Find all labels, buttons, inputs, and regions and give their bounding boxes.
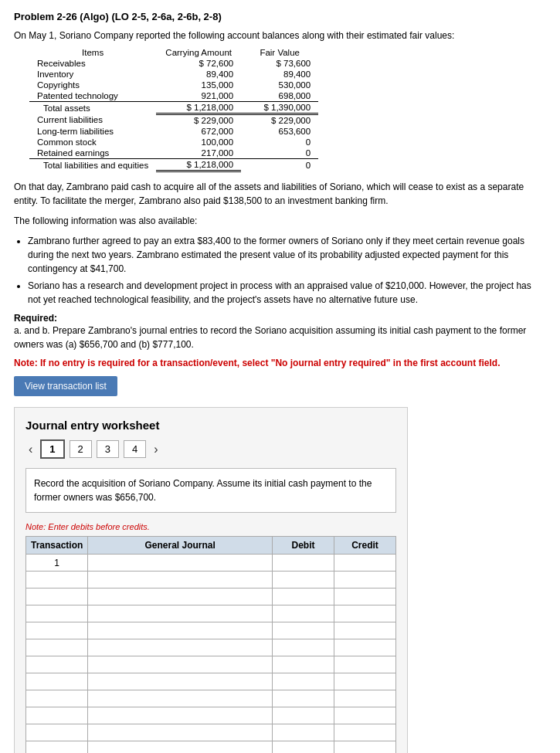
- list-item: Soriano has a research and development p…: [28, 279, 546, 307]
- table-row-total-liabilities: Total liabilities and equities $ 1,218,0…: [29, 159, 318, 171]
- journal-row-1: 1: [26, 555, 396, 572]
- credit-input-9[interactable]: [338, 694, 392, 704]
- journal-row-9: [26, 690, 396, 707]
- worksheet-title: Journal entry worksheet: [25, 419, 396, 432]
- journal-row-6: [26, 639, 396, 656]
- journal-row-10: [26, 707, 396, 724]
- general-journal-input-5[interactable]: [91, 626, 269, 636]
- view-transaction-button[interactable]: View transaction list: [14, 376, 117, 396]
- col-header-credit: Credit: [334, 537, 396, 555]
- balance-table: Items Carrying Amount Fair Value Receiva…: [29, 47, 318, 172]
- general-journal-input-11[interactable]: [91, 728, 269, 738]
- table-row: Current liabilities $ 229,000 $ 229,000: [29, 114, 318, 127]
- journal-row-2: [26, 572, 396, 588]
- general-journal-input-12[interactable]: [91, 745, 269, 754]
- credit-input-10[interactable]: [338, 711, 392, 721]
- table-row-total-assets: Total assets $ 1,218,000 $ 1,390,000: [29, 102, 318, 114]
- debit-input-2[interactable]: [276, 575, 331, 585]
- general-journal-input-3[interactable]: [91, 592, 269, 602]
- journal-row-5: [26, 622, 396, 639]
- general-journal-input-9[interactable]: [91, 694, 269, 704]
- tab-2[interactable]: 2: [70, 440, 92, 458]
- table-header-carrying: Carrying Amount: [156, 47, 241, 58]
- debit-input-5[interactable]: [276, 626, 331, 636]
- table-row: Inventory 89,400 89,400: [29, 69, 318, 80]
- general-journal-input-1[interactable]: [91, 558, 269, 568]
- table-row: Long-term liabilities 672,000 653,600: [29, 126, 318, 137]
- journal-row-12: [26, 741, 396, 754]
- tab-navigation: ‹ 1 2 3 4 ›: [25, 439, 396, 459]
- list-item: Zambrano further agreed to pay an extra …: [28, 234, 546, 276]
- para1: On that day, Zambrano paid cash to acqui…: [14, 180, 546, 208]
- tab-4[interactable]: 4: [124, 440, 146, 458]
- required-label: Required:: [14, 313, 57, 324]
- journal-row-3: [26, 588, 396, 605]
- note-red: Note: If no entry is required for a tran…: [14, 358, 546, 368]
- journal-table: Transaction General Journal Debit Credit…: [25, 536, 396, 753]
- debit-input-1[interactable]: [276, 558, 331, 568]
- table-row: Patented technology 921,000 698,000: [29, 90, 318, 102]
- credit-input-7[interactable]: [338, 660, 392, 670]
- note-debits: Note: Enter debits before credits.: [25, 522, 396, 531]
- table-header-fair: Fair Value: [241, 47, 318, 58]
- intro-text: On May 1, Soriano Company reported the f…: [14, 30, 546, 41]
- table-header-items: Items: [29, 47, 156, 58]
- journal-row-4: [26, 605, 396, 622]
- debit-input-4[interactable]: [276, 609, 331, 619]
- debit-input-9[interactable]: [276, 694, 331, 704]
- general-journal-input-8[interactable]: [91, 677, 269, 687]
- problem-title: Problem 2-26 (Algo) (LO 2-5, 2-6a, 2-6b,…: [14, 11, 546, 22]
- journal-row-8: [26, 673, 396, 690]
- table-row: Common stock 100,000 0: [29, 137, 318, 148]
- debit-input-7[interactable]: [276, 660, 331, 670]
- debit-input-11[interactable]: [276, 728, 331, 738]
- col-header-general: General Journal: [88, 537, 273, 555]
- credit-input-4[interactable]: [338, 609, 392, 619]
- table-row: Receivables $ 72,600 $ 73,600: [29, 58, 318, 69]
- prev-tab-button[interactable]: ‹: [25, 443, 36, 456]
- debit-input-12[interactable]: [276, 745, 331, 754]
- tab-1[interactable]: 1: [40, 439, 64, 459]
- para2: The following information was also avail…: [14, 214, 546, 228]
- credit-input-11[interactable]: [338, 728, 392, 738]
- credit-input-1[interactable]: [338, 558, 392, 568]
- debit-input-3[interactable]: [276, 592, 331, 602]
- next-tab-button[interactable]: ›: [151, 443, 161, 456]
- credit-input-5[interactable]: [338, 626, 392, 636]
- col-header-transaction: Transaction: [26, 537, 88, 555]
- journal-row-7: [26, 656, 396, 673]
- credit-input-2[interactable]: [338, 575, 392, 585]
- general-journal-input-2[interactable]: [91, 575, 269, 585]
- debit-input-6[interactable]: [276, 643, 331, 653]
- table-row: Retained earnings 217,000 0: [29, 148, 318, 159]
- general-journal-input-6[interactable]: [91, 643, 269, 653]
- credit-input-12[interactable]: [338, 745, 392, 754]
- general-journal-input-7[interactable]: [91, 660, 269, 670]
- required-section: Required: a. and b. Prepare Zambrano's j…: [14, 313, 546, 351]
- debit-input-10[interactable]: [276, 711, 331, 721]
- col-header-debit: Debit: [273, 537, 334, 555]
- credit-input-8[interactable]: [338, 677, 392, 687]
- table-row: Copyrights 135,000 530,000: [29, 80, 318, 90]
- transaction-number: 1: [26, 555, 88, 572]
- journal-row-11: [26, 724, 396, 741]
- credit-input-3[interactable]: [338, 592, 392, 602]
- general-journal-input-4[interactable]: [91, 609, 269, 619]
- credit-input-6[interactable]: [338, 643, 392, 653]
- journal-entry-worksheet: Journal entry worksheet ‹ 1 2 3 4 › Reco…: [14, 407, 408, 753]
- bullet-list: Zambrano further agreed to pay an extra …: [28, 234, 546, 307]
- tab-3[interactable]: 3: [97, 440, 119, 458]
- instruction-box: Record the acquisition of Soriano Compan…: [25, 468, 396, 513]
- debit-input-8[interactable]: [276, 677, 331, 687]
- required-ab: a. and b. Prepare Zambrano's journal ent…: [14, 325, 526, 350]
- general-journal-input-10[interactable]: [91, 711, 269, 721]
